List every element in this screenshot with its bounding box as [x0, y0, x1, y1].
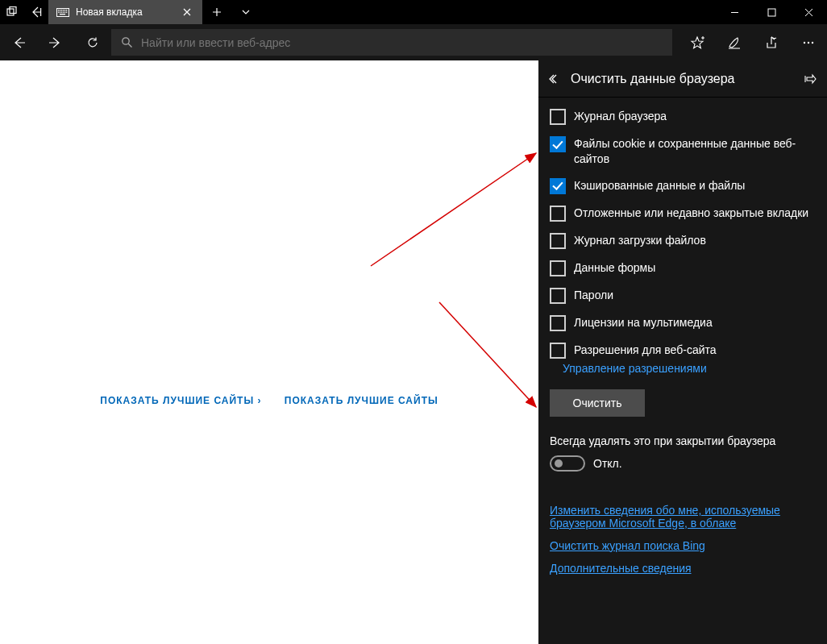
always-clear-section: Всегда удалять это при закрытии браузера… [538, 417, 827, 472]
clear-option-3[interactable]: Отложенные или недавно закрытые вкладки [550, 206, 816, 222]
svg-rect-17 [768, 9, 775, 16]
window-close-button[interactable] [790, 0, 827, 24]
svg-rect-4 [58, 10, 59, 10]
toggle-knob [555, 459, 563, 467]
checkbox-label: Кэшированные данные и файлы [574, 178, 745, 193]
address-bar[interactable] [111, 29, 672, 56]
tab-title: Новая вкладка [76, 6, 143, 18]
tab-dropdown-button[interactable] [231, 0, 260, 24]
clear-option-1[interactable]: Файлы cookie и сохраненные данные веб-са… [550, 136, 816, 167]
svg-point-20 [808, 41, 809, 43]
nav-forward-button[interactable] [37, 24, 74, 60]
checkbox[interactable] [550, 233, 566, 249]
browser-tab[interactable]: Новая вкладка [48, 0, 202, 24]
new-tab-button[interactable] [202, 0, 231, 24]
footer-link-1[interactable]: Очистить журнал поиска Bing [550, 539, 816, 552]
svg-point-21 [812, 41, 813, 43]
svg-rect-1 [10, 7, 16, 14]
tab-keyboard-icon [56, 8, 69, 17]
panel-footer-links: Изменить сведения обо мне, используемые … [538, 472, 827, 575]
checkbox-label: Данные формы [574, 260, 655, 276]
clear-option-0[interactable]: Журнал браузера [550, 109, 816, 125]
svg-point-19 [804, 41, 805, 43]
checkbox-label: Лицензии на мультимедиа [574, 315, 713, 330]
svg-rect-6 [61, 10, 62, 10]
svg-rect-11 [60, 11, 60, 12]
panel-title: Очистить данные браузера [571, 72, 795, 86]
clear-option-5[interactable]: Данные формы [550, 260, 816, 276]
footer-link-2[interactable]: Дополнительные сведения [550, 562, 816, 575]
tab-close-button[interactable] [180, 5, 194, 19]
top-sites-link-2[interactable]: ПОКАЗАТЬ ЛУЧШИЕ САЙТЫ [285, 395, 438, 406]
share-button[interactable] [753, 24, 790, 60]
clear-option-2[interactable]: Кэшированные данные и файлы [550, 178, 816, 194]
restore-windows-icon[interactable] [0, 0, 24, 24]
checkbox[interactable] [550, 206, 566, 222]
svg-rect-9 [66, 10, 67, 10]
window-minimize-button[interactable] [716, 0, 753, 24]
clear-options-list: Журнал браузераФайлы cookie и сохраненны… [538, 98, 827, 359]
more-menu-button[interactable] [790, 24, 827, 60]
reload-button[interactable] [74, 24, 111, 60]
checkbox-label: Разрешения для веб-сайта [574, 343, 717, 358]
svg-rect-16 [60, 14, 65, 15]
panel-pin-button[interactable] [803, 73, 819, 85]
clear-option-7[interactable]: Лицензии на мультимедиа [550, 315, 816, 331]
search-icon [121, 36, 133, 48]
svg-rect-5 [60, 10, 60, 10]
clear-option-4[interactable]: Журнал загрузки файлов [550, 233, 816, 249]
checkbox-label: Журнал браузера [574, 109, 667, 124]
toolbar [0, 24, 827, 60]
checkbox[interactable] [550, 109, 566, 125]
window-maximize-button[interactable] [753, 0, 790, 24]
checkbox[interactable] [550, 136, 566, 152]
svg-point-18 [123, 38, 129, 44]
svg-rect-15 [66, 11, 67, 12]
clear-option-8[interactable]: Разрешения для веб-сайта [550, 343, 816, 359]
page-content: ПОКАЗАТЬ ЛУЧШИЕ САЙТЫ › ПОКАЗАТЬ ЛУЧШИЕ … [0, 60, 538, 644]
svg-rect-13 [63, 11, 64, 12]
clear-button-label: Очистить [573, 397, 622, 409]
checkbox[interactable] [550, 178, 566, 194]
svg-rect-8 [64, 10, 65, 10]
checkbox[interactable] [550, 288, 566, 304]
clear-option-6[interactable]: Пароли [550, 288, 816, 304]
manage-permissions-link[interactable]: Управление разрешениями [538, 362, 827, 375]
checkbox[interactable] [550, 315, 566, 331]
checkbox-label: Пароли [574, 288, 613, 303]
panel-header: Очистить данные браузера [538, 60, 827, 98]
checkbox-label: Журнал загрузки файлов [574, 233, 706, 248]
svg-rect-14 [64, 11, 65, 12]
favorite-star-button[interactable] [679, 24, 716, 60]
ink-note-button[interactable] [716, 24, 753, 60]
checkbox-label: Файлы cookie и сохраненные данные веб-са… [574, 136, 816, 167]
toggle-state-label: Откл. [593, 457, 622, 470]
always-clear-label: Всегда удалять это при закрытии браузера [550, 434, 816, 447]
svg-rect-10 [58, 11, 59, 12]
svg-rect-7 [63, 10, 64, 10]
clear-data-panel: Очистить данные браузера Журнал браузера… [538, 60, 827, 644]
always-clear-toggle[interactable] [550, 455, 585, 472]
svg-rect-12 [61, 11, 62, 12]
svg-rect-2 [40, 8, 41, 16]
nav-back-button[interactable] [0, 24, 37, 60]
checkbox[interactable] [550, 343, 566, 359]
footer-link-0[interactable]: Изменить сведения обо мне, используемые … [550, 504, 816, 530]
svg-rect-0 [7, 9, 14, 15]
top-sites-link-1[interactable]: ПОКАЗАТЬ ЛУЧШИЕ САЙТЫ › [100, 395, 261, 406]
panel-back-button[interactable] [546, 73, 563, 85]
address-input[interactable] [141, 36, 663, 49]
checkbox-label: Отложенные или недавно закрытые вкладки [574, 206, 808, 221]
titlebar: Новая вкладка [0, 0, 827, 24]
checkbox[interactable] [550, 260, 566, 276]
clear-button[interactable]: Очистить [550, 389, 645, 417]
back-history-icon[interactable] [24, 0, 48, 24]
